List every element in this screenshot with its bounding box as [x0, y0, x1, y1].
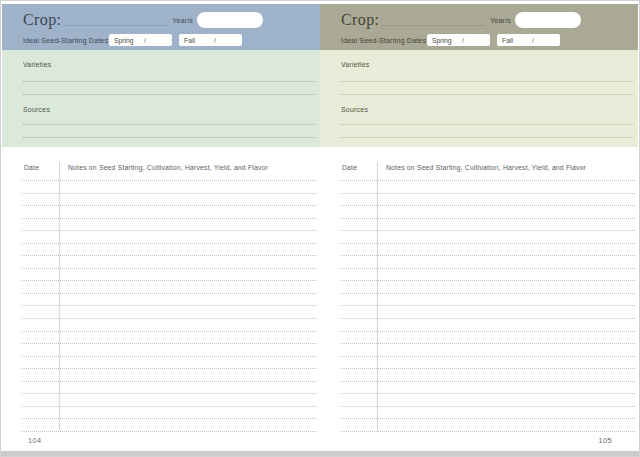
note-row[interactable]: [22, 306, 317, 319]
year-label: Year/s: [490, 17, 511, 24]
note-row[interactable]: [22, 357, 317, 370]
date-column-header: Date: [22, 159, 59, 180]
notes-table-header: Date Notes on Seed Starting, Cultivation…: [22, 159, 317, 181]
note-row[interactable]: [340, 394, 635, 407]
note-row[interactable]: [22, 407, 317, 420]
seed-starting-dates-label: Ideal Seed-Starting Dates: [23, 37, 109, 44]
sources-label: Sources: [341, 106, 368, 113]
varieties-write-line[interactable]: [341, 81, 634, 82]
crop-row: Crop: Year/s: [341, 11, 581, 28]
notes-table-header: Date Notes on Seed Starting, Cultivation…: [340, 159, 635, 181]
notes-column-header: Notes on Seed Starting, Cultivation, Har…: [59, 159, 317, 180]
sources-write-line[interactable]: [23, 124, 316, 125]
note-row[interactable]: [340, 256, 635, 269]
note-row[interactable]: [340, 344, 635, 357]
note-row[interactable]: [22, 219, 317, 232]
note-row[interactable]: [340, 181, 635, 194]
spring-date-field[interactable]: Spring /: [427, 34, 490, 46]
fall-date-field[interactable]: Fall /: [497, 34, 560, 46]
notes-table-right: Date Notes on Seed Starting, Cultivation…: [340, 159, 635, 432]
column-divider: [59, 162, 60, 431]
column-divider: [377, 162, 378, 431]
crop-name-field[interactable]: [64, 13, 167, 26]
date-separator: /: [144, 37, 146, 44]
sources-write-line[interactable]: [341, 137, 634, 138]
note-row[interactable]: [340, 332, 635, 345]
fall-label: Fall: [502, 37, 513, 44]
note-row[interactable]: [22, 382, 317, 395]
note-row[interactable]: [340, 407, 635, 420]
seed-starting-dates-label: Ideal Seed-Starting Dates: [341, 37, 427, 44]
note-row[interactable]: [22, 294, 317, 307]
journal-page-left: Crop: Year/s Ideal Seed-Starting Dates S…: [2, 4, 320, 451]
journal-page-right: Crop: Year/s Ideal Seed-Starting Dates S…: [320, 4, 638, 451]
journal-pages: Crop: Year/s Ideal Seed-Starting Dates S…: [2, 2, 638, 451]
varieties-write-line[interactable]: [23, 94, 316, 95]
note-row[interactable]: [22, 231, 317, 244]
sources-label: Sources: [23, 106, 50, 113]
year-field[interactable]: [197, 12, 263, 28]
crop-header-right: Crop: Year/s Ideal Seed-Starting Dates S…: [320, 4, 638, 50]
varieties-label: Varieties: [23, 61, 52, 68]
note-row[interactable]: [22, 181, 317, 194]
sources-write-line[interactable]: [23, 137, 316, 138]
note-row[interactable]: [22, 206, 317, 219]
note-rows: [340, 181, 635, 432]
varieties-write-line[interactable]: [23, 81, 316, 82]
note-row[interactable]: [340, 369, 635, 382]
date-separator: /: [214, 37, 216, 44]
note-rows: [22, 181, 317, 432]
crop-label: Crop:: [23, 11, 61, 28]
year-field[interactable]: [515, 12, 581, 28]
notes-table-left: Date Notes on Seed Starting, Cultivation…: [22, 159, 317, 432]
crop-name-field[interactable]: [382, 13, 485, 26]
page-number: 105: [599, 436, 612, 445]
varieties-sources-section-right: Varieties Sources: [320, 50, 638, 147]
year-label: Year/s: [172, 17, 193, 24]
spring-label: Spring: [114, 37, 134, 44]
note-row[interactable]: [22, 394, 317, 407]
note-row[interactable]: [22, 369, 317, 382]
notes-column-header: Notes on Seed Starting, Cultivation, Har…: [377, 159, 635, 180]
note-row[interactable]: [22, 194, 317, 207]
note-row[interactable]: [22, 281, 317, 294]
crop-row: Crop: Year/s: [23, 11, 263, 28]
note-row[interactable]: [340, 294, 635, 307]
note-row[interactable]: [340, 382, 635, 395]
note-row[interactable]: [340, 419, 635, 432]
page-bottom-edge: [1, 451, 639, 456]
note-row[interactable]: [22, 332, 317, 345]
date-separator: /: [532, 37, 534, 44]
seed-starting-dates-row: Ideal Seed-Starting Dates Spring / Fall …: [23, 34, 249, 46]
seed-starting-dates-row: Ideal Seed-Starting Dates Spring / Fall …: [341, 34, 567, 46]
note-row[interactable]: [22, 256, 317, 269]
spring-label: Spring: [432, 37, 452, 44]
note-row[interactable]: [340, 306, 635, 319]
note-row[interactable]: [22, 269, 317, 282]
note-row[interactable]: [340, 269, 635, 282]
varieties-write-line[interactable]: [341, 94, 634, 95]
journal-spread: Crop: Year/s Ideal Seed-Starting Dates S…: [0, 0, 640, 457]
note-row[interactable]: [22, 419, 317, 432]
varieties-sources-section-left: Varieties Sources: [2, 50, 320, 147]
note-row[interactable]: [340, 231, 635, 244]
crop-label: Crop:: [341, 11, 379, 28]
note-row[interactable]: [340, 244, 635, 257]
note-row[interactable]: [340, 219, 635, 232]
varieties-label: Varieties: [341, 61, 370, 68]
fall-date-field[interactable]: Fall /: [179, 34, 242, 46]
page-number: 104: [28, 436, 41, 445]
crop-header-left: Crop: Year/s Ideal Seed-Starting Dates S…: [2, 4, 320, 50]
note-row[interactable]: [340, 319, 635, 332]
note-row[interactable]: [340, 281, 635, 294]
note-row[interactable]: [340, 194, 635, 207]
date-column-header: Date: [340, 159, 377, 180]
note-row[interactable]: [22, 319, 317, 332]
sources-write-line[interactable]: [341, 124, 634, 125]
note-row[interactable]: [22, 344, 317, 357]
note-row[interactable]: [340, 357, 635, 370]
note-row[interactable]: [22, 244, 317, 257]
date-separator: /: [462, 37, 464, 44]
note-row[interactable]: [340, 206, 635, 219]
spring-date-field[interactable]: Spring /: [109, 34, 172, 46]
